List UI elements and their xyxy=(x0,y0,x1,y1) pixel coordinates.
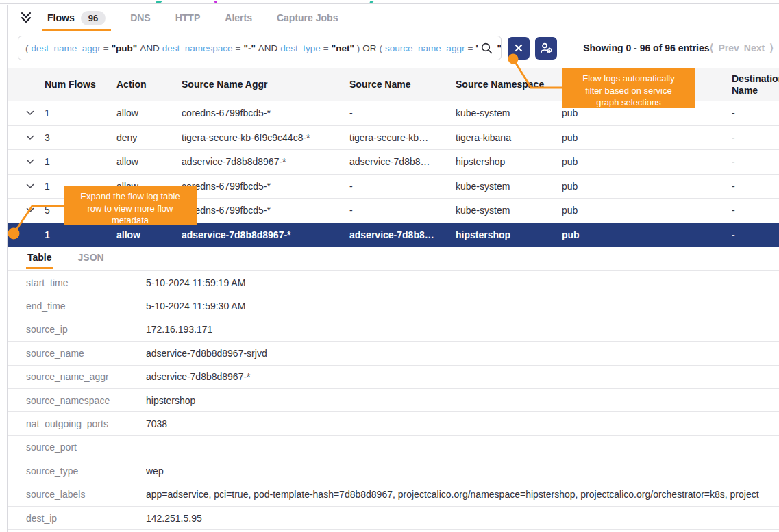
expand-row-chevron-icon[interactable] xyxy=(26,207,45,213)
upper-content-edge xyxy=(0,0,779,4)
clear-filter-button[interactable] xyxy=(508,37,530,60)
next-button[interactable]: Next xyxy=(744,42,765,53)
flow-detail-tabs: Table JSON xyxy=(8,248,779,271)
collapse-panel-button[interactable] xyxy=(16,8,36,28)
flow-row[interactable]: 1 allow adservice-7d8b8d8967-* adservice… xyxy=(8,150,779,175)
detail-row: source_name adservice-7d8b8d8967-srjvd xyxy=(8,342,779,365)
query-token: ( xyxy=(380,43,383,53)
prev-button[interactable]: Prev xyxy=(718,42,739,53)
query-token: AND xyxy=(258,43,278,53)
magnifier-icon xyxy=(481,42,493,54)
header-source-name-aggr: Source Name Aggr xyxy=(182,79,349,91)
detail-row: source_port xyxy=(8,436,779,459)
header-source-name: Source Name xyxy=(349,79,456,91)
log-type-tab-bar: Flows 96 DNS HTTP Alerts Capture Jobs xyxy=(8,5,779,31)
query-token: dest_namespace xyxy=(162,43,233,53)
search-icon[interactable] xyxy=(478,38,497,58)
detail-row: start_time 5-10-2024 11:59:19 AM xyxy=(8,271,779,294)
query-token: "net" xyxy=(332,43,354,53)
detail-row: source_namespace hipstershop xyxy=(8,389,779,412)
query-token: dest_name_aggr xyxy=(32,43,101,53)
tab-http[interactable]: HTTP xyxy=(173,5,203,31)
detail-tab-json[interactable]: JSON xyxy=(77,248,106,268)
flow-row[interactable]: 3 deny tigera-secure-kb-6f9c9c44c8-* tig… xyxy=(8,126,779,151)
flow-detail-table: start_time 5-10-2024 11:59:19 AM end_tim… xyxy=(8,271,779,530)
tab-dns[interactable]: DNS xyxy=(127,5,153,31)
showing-entries-text: Showing 0 - 96 of 96 entries xyxy=(583,42,709,53)
query-token: "-" xyxy=(244,43,256,53)
next-chevron-icon[interactable]: ⟩ xyxy=(769,42,774,54)
expand-row-chevron-icon[interactable] xyxy=(26,183,45,189)
graph-edge-artifact xyxy=(214,1,217,3)
tab-flows-label: Flows xyxy=(47,12,75,23)
detail-row: end_time 5-10-2024 11:59:30 AM xyxy=(8,294,779,318)
x-close-icon xyxy=(513,42,524,53)
flows-count-badge: 96 xyxy=(81,11,106,25)
query-token: ( xyxy=(25,43,29,53)
detail-row: source_name_aggr adservice-7d8b8d8967-* xyxy=(8,366,779,389)
prev-chevron-icon[interactable]: ⟨ xyxy=(710,42,714,54)
graph-edge-artifact xyxy=(369,1,374,3)
tooltip-filter-callout: Flow logs automatically filter based on … xyxy=(562,68,695,108)
expand-row-chevron-icon[interactable] xyxy=(26,159,45,164)
detail-row: nat_outgoing_ports 7038 xyxy=(8,412,779,435)
expand-row-chevron-icon[interactable] xyxy=(26,135,45,140)
filter-query-input[interactable]: ( dest_name_aggr = "pub" AND dest_namesp… xyxy=(18,36,502,60)
tab-flows[interactable]: Flows 96 xyxy=(45,5,108,31)
query-token: = xyxy=(103,43,109,53)
header-num-flows: Num Flows xyxy=(45,79,116,91)
tab-capture-jobs[interactable]: Capture Jobs xyxy=(274,5,341,31)
chevron-double-down-icon xyxy=(20,12,32,24)
query-token: source_name_aggr xyxy=(385,43,465,53)
graph-edge-artifact xyxy=(156,1,162,3)
query-token: "pub" xyxy=(112,43,138,53)
detail-tab-table[interactable]: Table xyxy=(26,248,53,268)
pagination: ⟨ Prev Next ⟩ xyxy=(710,42,774,54)
tooltip-expand-row-callout: Expand the flow log table row to view mo… xyxy=(64,186,197,225)
filter-band: ( dest_name_aggr = "pub" AND dest_namesp… xyxy=(18,36,774,60)
customize-columns-button[interactable] xyxy=(535,37,557,60)
query-token: = xyxy=(236,43,241,53)
detail-row: source_type wep xyxy=(8,459,779,483)
query-token: dest_type xyxy=(280,43,321,53)
header-destination-name: Destination Name xyxy=(732,73,779,97)
expand-row-chevron-icon[interactable] xyxy=(26,110,45,116)
header-source-namespace: Source Namespace xyxy=(456,79,562,91)
query-token: = xyxy=(323,43,329,53)
detail-row: source_labels app=adservice, pci=true, p… xyxy=(8,483,779,507)
tab-alerts[interactable]: Alerts xyxy=(222,5,255,31)
flow-row-selected[interactable]: 1 allow adservice-7d8b8d8967-* adservice… xyxy=(8,223,779,248)
query-token: = xyxy=(467,43,473,53)
user-gear-icon xyxy=(540,42,553,54)
header-action: Action xyxy=(116,79,182,91)
detail-row: dest_ip 142.251.5.95 xyxy=(8,507,779,530)
query-token: AND xyxy=(140,43,160,53)
detail-row: source_ip 172.16.193.171 xyxy=(8,318,779,342)
query-token: OR xyxy=(362,43,376,53)
query-token: ) xyxy=(357,43,360,53)
